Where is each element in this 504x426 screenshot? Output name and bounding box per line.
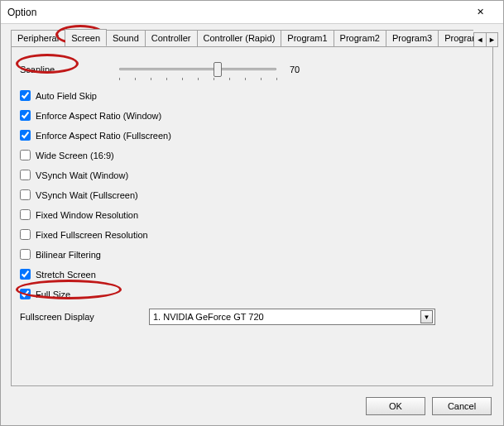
vsync-fullscreen-checkbox[interactable]: VSynch Wait (Fullscreen) — [20, 189, 484, 200]
enforce-ar-fullscreen-input[interactable] — [20, 130, 31, 141]
vsync-window-checkbox[interactable]: VSynch Wait (Window) — [20, 170, 484, 180]
full-size-input[interactable] — [20, 289, 31, 299]
stretch-input[interactable] — [20, 269, 31, 280]
slider-thumb[interactable] — [214, 62, 222, 77]
option-dialog: Option ✕ Peripheral Screen Sound Control… — [0, 0, 504, 426]
vsync-fullscreen-label: VSynch Wait (Fullscreen) — [36, 190, 138, 200]
scanline-label: Scanline — [20, 65, 119, 74]
cancel-button[interactable]: Cancel — [432, 397, 492, 415]
chevron-down-icon: ▼ — [420, 310, 433, 323]
vsync-fullscreen-input[interactable] — [20, 189, 31, 200]
scanline-value: 70 — [290, 65, 323, 74]
tab-bar: Peripheral Screen Sound Controller Contr… — [1, 24, 503, 47]
fullscreen-display-label: Fullscreen Display — [20, 312, 149, 322]
fixed-window-res-label: Fixed Window Resolution — [36, 210, 138, 220]
stretch-label: Stretch Screen — [36, 270, 96, 280]
fixed-fullscreen-res-label: Fixed Fullscreen Resolution — [36, 230, 148, 240]
tab-program4[interactable]: Program4 — [439, 30, 473, 47]
vsync-window-label: VSynch Wait (Window) — [36, 170, 128, 180]
tab-controller[interactable]: Controller — [146, 30, 198, 47]
titlebar: Option ✕ — [1, 1, 503, 24]
fixed-fullscreen-res-checkbox[interactable]: Fixed Fullscreen Resolution — [20, 229, 484, 240]
tab-scroll-right[interactable]: ► — [486, 33, 497, 46]
enforce-ar-window-input[interactable] — [20, 110, 31, 121]
slider-track — [119, 68, 276, 70]
close-icon: ✕ — [477, 7, 484, 17]
tab-screen[interactable]: Screen — [65, 29, 107, 46]
tab-sound[interactable]: Sound — [107, 30, 146, 47]
screen-panel: Scanline 70 Auto Field Skip Enforce Aspe… — [11, 47, 493, 386]
tab-peripheral[interactable]: Peripheral — [11, 30, 65, 47]
enforce-ar-window-checkbox[interactable]: Enforce Aspect Ratio (Window) — [20, 110, 484, 121]
tab-controller-rapid[interactable]: Controller (Rapid) — [198, 30, 282, 47]
auto-field-skip-label: Auto Field Skip — [36, 91, 97, 101]
fullscreen-display-dropdown[interactable]: 1. NVIDIA GeForce GT 720 ▼ — [149, 309, 435, 325]
enforce-ar-fullscreen-checkbox[interactable]: Enforce Aspect Ratio (Fullscreen) — [20, 130, 484, 141]
enforce-ar-fullscreen-label: Enforce Aspect Ratio (Fullscreen) — [36, 131, 171, 141]
tab-scroll-left[interactable]: ◄ — [474, 33, 486, 46]
auto-field-skip-input[interactable] — [20, 90, 31, 101]
bilinear-label: Bilinear Filtering — [36, 250, 101, 260]
ok-button[interactable]: OK — [366, 397, 425, 415]
full-size-label: Full Size — [36, 290, 70, 299]
bilinear-checkbox[interactable]: Bilinear Filtering — [20, 249, 484, 260]
wide-screen-input[interactable] — [20, 150, 31, 160]
stretch-checkbox[interactable]: Stretch Screen — [20, 269, 484, 280]
vsync-window-input[interactable] — [20, 170, 31, 180]
fixed-window-res-checkbox[interactable]: Fixed Window Resolution — [20, 209, 484, 220]
enforce-ar-window-label: Enforce Aspect Ratio (Window) — [36, 111, 161, 121]
slider-ticks — [119, 77, 276, 80]
fixed-window-res-input[interactable] — [20, 209, 31, 220]
fixed-fullscreen-res-input[interactable] — [20, 229, 31, 240]
wide-screen-label: Wide Screen (16:9) — [36, 151, 114, 160]
dialog-buttons: OK Cancel — [366, 397, 492, 415]
tab-scroll: ◄ ► — [473, 32, 498, 47]
wide-screen-checkbox[interactable]: Wide Screen (16:9) — [20, 150, 484, 160]
tabs: Peripheral Screen Sound Controller Contr… — [11, 29, 473, 47]
tab-program3[interactable]: Program3 — [386, 30, 439, 47]
close-button[interactable]: ✕ — [463, 3, 497, 22]
full-size-checkbox[interactable]: Full Size — [20, 289, 484, 299]
fullscreen-display-value: 1. NVIDIA GeForce GT 720 — [153, 312, 264, 322]
scanline-slider[interactable] — [119, 60, 276, 79]
tab-program1[interactable]: Program1 — [281, 30, 334, 47]
bilinear-input[interactable] — [20, 249, 31, 260]
tab-program2[interactable]: Program2 — [334, 30, 386, 47]
auto-field-skip-checkbox[interactable]: Auto Field Skip — [20, 90, 484, 101]
window-title: Option — [7, 7, 463, 18]
